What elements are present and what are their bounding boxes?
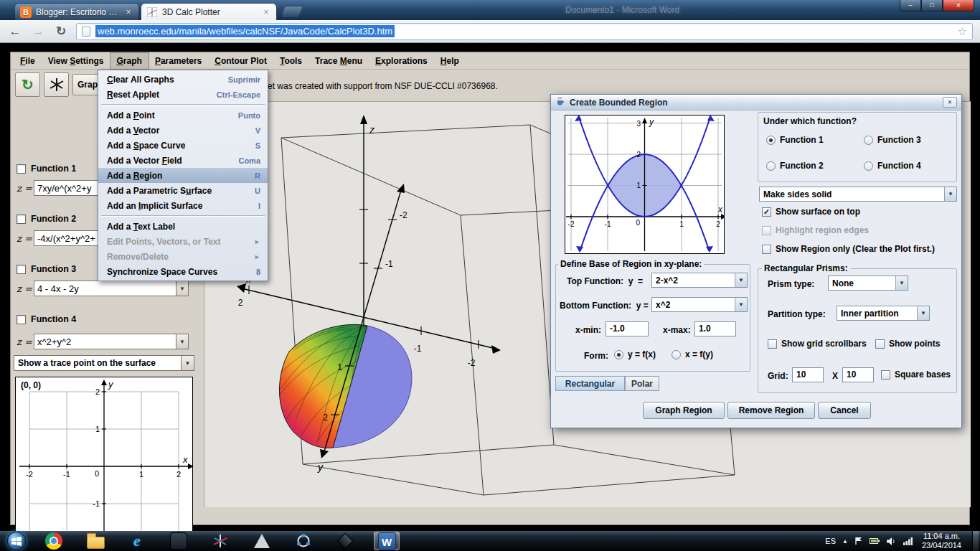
menu-item-add-a-parametric-surface[interactable]: Add a Parametric SurfaceU	[98, 183, 268, 198]
partition-type-combobox[interactable]: Inner partition ▼	[837, 306, 930, 321]
tab-close-icon[interactable]: ×	[261, 7, 271, 17]
taskbar-windows-explorer-icon[interactable]	[83, 532, 108, 550]
address-bar[interactable]: web.monroecc.edu/manila/webfiles/calcNSF…	[76, 23, 973, 40]
dropdown-arrow-icon[interactable]: ▼	[917, 306, 929, 320]
menu-item-clear-all-graphs[interactable]: Clear All GraphsSuprimir	[98, 72, 268, 87]
checkbox-square-bases[interactable]: Square bases	[881, 369, 951, 380]
new-tab-button[interactable]	[281, 6, 303, 17]
taskbar-clock[interactable]: 11:04 a.m. 23/04/2014	[922, 532, 961, 550]
taskbar-internet-explorer-icon[interactable]: e	[124, 532, 150, 550]
menu-parameters[interactable]: Parameters	[149, 53, 208, 69]
radio-y-equals-fx[interactable]: y = f(x)	[614, 349, 656, 359]
function-1-checkbox[interactable]	[17, 164, 26, 174]
back-button[interactable]: ←	[7, 24, 23, 39]
checkbox-show-points[interactable]: Show points	[875, 339, 940, 349]
tray-flag-icon[interactable]	[854, 537, 863, 545]
radio-function-2[interactable]: Function 2	[766, 161, 824, 171]
dialog-title-bar[interactable]: Create Bounded Region ×	[551, 95, 961, 110]
taskbar-word-icon[interactable]: W	[374, 532, 400, 550]
menu-view-settings[interactable]: View Settings	[42, 53, 110, 69]
menu-item-add-a-region[interactable]: Add a RegionR	[98, 168, 268, 183]
make-sides-solid-combobox[interactable]: Make sides solid ▼	[759, 187, 957, 202]
tray-expand-icon[interactable]: ▲	[842, 538, 848, 545]
tab-calc-plotter[interactable]: 3D Calc Plotter ×	[141, 3, 277, 20]
menu-file[interactable]: File	[14, 53, 42, 69]
checkbox-show-region-only-clear-the-plot-first[interactable]: Show Region only (Clear the Plot first.)	[762, 244, 935, 254]
dropdown-arrow-icon[interactable]: ▼	[944, 187, 956, 201]
show-desktop-button[interactable]	[972, 531, 979, 551]
menu-explorations[interactable]: Explorations	[369, 53, 434, 69]
tray-battery-icon[interactable]	[870, 537, 880, 545]
menu-item-add-a-vector-field[interactable]: Add a Vector FieldComa	[98, 153, 268, 168]
function-4-expression-input[interactable]: x^2+y^2	[34, 334, 176, 349]
close-button[interactable]: ×	[943, 0, 974, 11]
menu-trace-menu[interactable]: Trace Menu	[308, 53, 369, 69]
function-4-dropdown-button[interactable]: ▼	[176, 334, 189, 349]
menu-contour-plot[interactable]: Contour Plot	[208, 53, 273, 69]
calcplot3d-applet: FileView SettingsGraphParametersContour …	[10, 52, 970, 525]
grid-rows-input[interactable]: 10	[792, 367, 824, 382]
menu-item-add-a-text-label[interactable]: Add a Text Label	[98, 219, 268, 234]
dropdown-arrow-icon[interactable]: ▼	[181, 356, 194, 370]
tab-rectangular[interactable]: Rectangular	[555, 376, 625, 391]
menu-item-add-an-implicit-surface[interactable]: Add an Implicit SurfaceI	[98, 198, 268, 213]
menu-item-add-a-vector[interactable]: Add a VectorV	[98, 123, 268, 138]
menu-help[interactable]: Help	[434, 53, 466, 69]
function-3-dropdown-button[interactable]: ▼	[176, 281, 189, 296]
dropdown-arrow-icon[interactable]: ▼	[895, 276, 908, 290]
menu-item-add-a-space-curve[interactable]: Add a Space CurveS	[98, 138, 268, 153]
taskbar-inkscape-icon[interactable]	[332, 532, 358, 550]
checkbox-show-surface-on-top[interactable]: ✓Show surface on top	[762, 207, 860, 217]
function-3-checkbox[interactable]	[17, 265, 26, 274]
language-indicator[interactable]: ES	[825, 537, 836, 545]
function-4-checkbox[interactable]	[17, 315, 26, 324]
taskbar-media-app-icon[interactable]	[166, 532, 192, 550]
bottom-function-combobox[interactable]: x^2 ▼	[651, 297, 748, 312]
axes-view-button[interactable]	[44, 72, 69, 97]
taskbar-chrome-icon[interactable]	[41, 532, 67, 550]
refresh-graph-button[interactable]: ↻	[15, 72, 40, 97]
trace-2d-plot[interactable]: (0, 0) y x 2 1 -1 -2 -2 -1 1 2 0	[15, 377, 193, 551]
menu-tools[interactable]: Tools	[273, 53, 308, 69]
remove-region-button[interactable]: Remove Region	[727, 402, 815, 419]
prism-type-combobox[interactable]: None ▼	[828, 276, 908, 291]
taskbar-geogebra-icon[interactable]	[291, 532, 316, 550]
menu-item-synchronize-space-curves[interactable]: Synchronize Space Curves8	[98, 264, 268, 279]
function-3-expression-input[interactable]: 4 - 4x - 2y	[34, 281, 176, 296]
tab-polar[interactable]: Polar	[625, 376, 659, 391]
trace-combobox[interactable]: Show a trace point on the surface ▼	[14, 355, 194, 371]
checkbox-show-grid-scrollbars[interactable]: Show grid scrollbars	[768, 339, 867, 349]
restore-button[interactable]: □	[921, 0, 943, 11]
radio-x-equals-fy[interactable]: x = f(y)	[672, 349, 713, 359]
dialog-close-button[interactable]: ×	[943, 97, 957, 108]
tab-close-icon[interactable]: ×	[123, 7, 133, 17]
tray-volume-icon[interactable]	[887, 537, 897, 545]
url-text-selected[interactable]: web.monroecc.edu/manila/webfiles/calcNSF…	[95, 25, 395, 37]
start-button[interactable]	[4, 531, 29, 551]
tab-blogger[interactable]: B Blogger: Escritorio de Blog ×	[14, 3, 139, 20]
grid-cols-input[interactable]: 10	[842, 367, 874, 382]
dropdown-arrow-icon[interactable]: ▼	[735, 273, 747, 287]
forward-button[interactable]: →	[30, 24, 46, 39]
cancel-button[interactable]: Cancel	[818, 402, 871, 419]
graph-region-button[interactable]: Graph Region	[643, 402, 725, 419]
combobox-value: Inner partition	[837, 309, 917, 319]
menu-item-reset-applet[interactable]: Reset AppletCtrl-Escape	[98, 87, 268, 102]
menu-item-add-a-point[interactable]: Add a PointPunto	[98, 108, 268, 123]
function-2-checkbox[interactable]	[17, 215, 26, 224]
dropdown-arrow-icon[interactable]: ▼	[735, 298, 747, 311]
reload-button[interactable]: ↻	[53, 24, 69, 39]
xmin-input[interactable]: -1.0	[606, 321, 649, 336]
taskbar-notes-app-icon[interactable]	[249, 532, 275, 550]
menu-graph[interactable]: Graph	[110, 53, 149, 69]
radio-function-1[interactable]: Function 1	[766, 135, 824, 145]
bookmark-star-icon[interactable]: ☆	[958, 25, 967, 38]
radio-function-3[interactable]: Function 3	[864, 135, 921, 145]
radio-function-4[interactable]: Function 4	[864, 161, 921, 171]
minimize-button[interactable]: –	[900, 0, 921, 11]
xmax-input[interactable]: 1.0	[694, 321, 736, 336]
tick-label: 1	[139, 470, 143, 479]
top-function-combobox[interactable]: 2-x^2 ▼	[651, 273, 748, 288]
taskbar-calcplot-java-icon[interactable]	[207, 532, 233, 550]
tray-network-icon[interactable]	[903, 537, 913, 545]
